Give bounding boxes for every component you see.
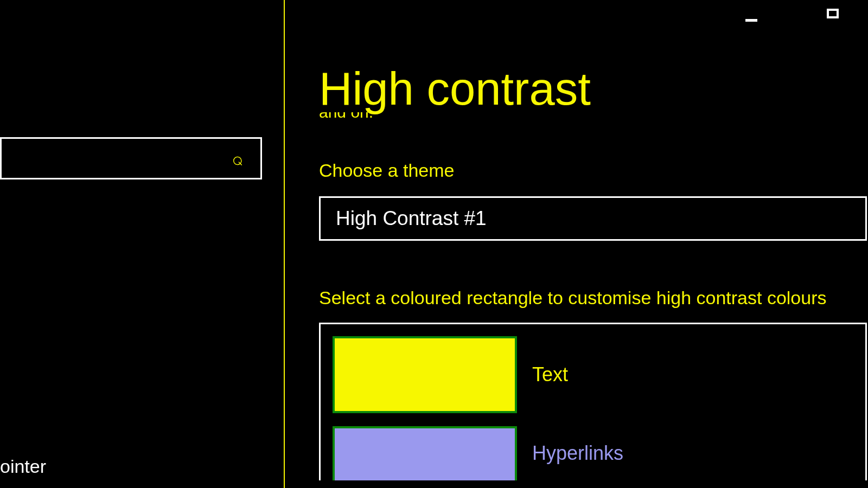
sidebar: ⌕ ointer	[0, 0, 285, 488]
swatch-label-text: Text	[532, 363, 568, 386]
text-colour-swatch[interactable]	[333, 336, 517, 413]
sidebar-item-pointer[interactable]: ointer	[0, 456, 46, 477]
hyperlinks-colour-swatch[interactable]	[333, 426, 517, 480]
search-input[interactable]: ⌕	[0, 137, 262, 179]
theme-dropdown-value: High Contrast #1	[336, 207, 487, 230]
main-content: High contrast and on. Choose a theme Hig…	[319, 0, 868, 488]
theme-dropdown[interactable]: High Contrast #1	[319, 196, 867, 241]
choose-theme-label: Choose a theme	[319, 160, 868, 181]
customise-colours-label: Select a coloured rectangle to customise…	[319, 287, 868, 309]
swatch-row-text: Text	[333, 336, 853, 413]
swatch-label-hyperlinks: Hyperlinks	[532, 442, 623, 465]
colour-swatches-panel: Text Hyperlinks	[319, 323, 867, 480]
search-icon: ⌕	[232, 148, 243, 169]
swatch-row-hyperlinks: Hyperlinks	[333, 426, 853, 480]
page-title: High contrast	[319, 62, 868, 115]
